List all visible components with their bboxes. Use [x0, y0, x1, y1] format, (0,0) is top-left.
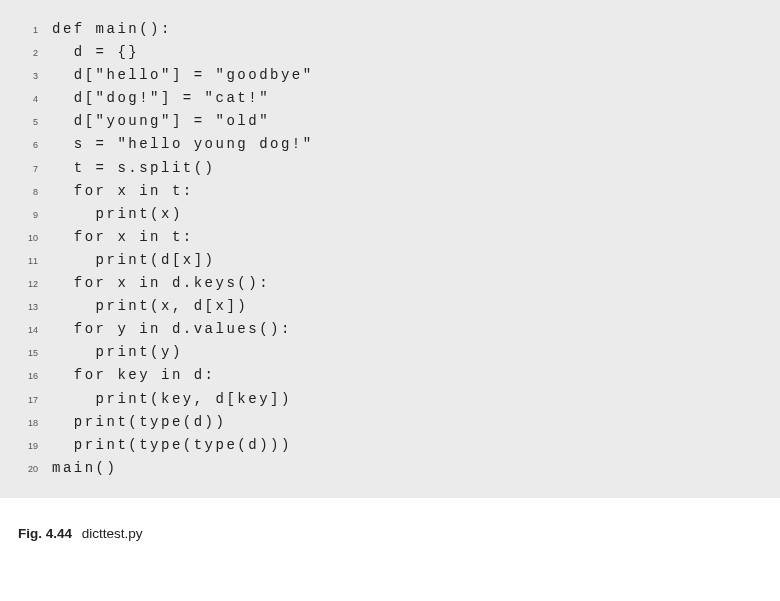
- code-line: 2 d = {}: [20, 41, 760, 64]
- line-number: 8: [20, 185, 52, 200]
- line-number: 13: [20, 300, 52, 315]
- line-number: 14: [20, 323, 52, 338]
- line-number: 18: [20, 416, 52, 431]
- code-text: print(x, d[x]): [52, 295, 248, 318]
- code-listing: 1 def main(): 2 d = {} 3 d["hello"] = "g…: [0, 0, 780, 498]
- code-line: 17 print(key, d[key]): [20, 388, 760, 411]
- code-line: 19 print(type(type(d))): [20, 434, 760, 457]
- code-text: d["young"] = "old": [52, 110, 270, 133]
- code-text: main(): [52, 457, 117, 480]
- code-line: 9 print(x): [20, 203, 760, 226]
- code-line: 14 for y in d.values():: [20, 318, 760, 341]
- code-text: print(type(type(d))): [52, 434, 292, 457]
- code-line: 13 print(x, d[x]): [20, 295, 760, 318]
- line-number: 2: [20, 46, 52, 61]
- line-number: 9: [20, 208, 52, 223]
- line-number: 11: [20, 254, 52, 269]
- code-text: print(x): [52, 203, 183, 226]
- line-number: 6: [20, 138, 52, 153]
- figure-caption: Fig. 4.44 dicttest.py: [0, 498, 780, 541]
- code-text: for x in t:: [52, 226, 194, 249]
- code-line: 6 s = "hello young dog!": [20, 133, 760, 156]
- line-number: 7: [20, 162, 52, 177]
- code-line: 11 print(d[x]): [20, 249, 760, 272]
- code-text: for x in t:: [52, 180, 194, 203]
- code-line: 10 for x in t:: [20, 226, 760, 249]
- code-text: for key in d:: [52, 364, 216, 387]
- code-text: print(key, d[key]): [52, 388, 292, 411]
- figure-title: dicttest.py: [82, 526, 143, 541]
- line-number: 17: [20, 393, 52, 408]
- code-text: for x in d.keys():: [52, 272, 270, 295]
- line-number: 15: [20, 346, 52, 361]
- code-line: 3 d["hello"] = "goodbye": [20, 64, 760, 87]
- code-text: for y in d.values():: [52, 318, 292, 341]
- code-line: 20 main(): [20, 457, 760, 480]
- code-line: 7 t = s.split(): [20, 157, 760, 180]
- code-text: d["dog!"] = "cat!": [52, 87, 270, 110]
- line-number: 5: [20, 115, 52, 130]
- line-number: 10: [20, 231, 52, 246]
- code-text: print(d[x]): [52, 249, 216, 272]
- figure-label: Fig. 4.44: [18, 526, 72, 541]
- code-text: d["hello"] = "goodbye": [52, 64, 314, 87]
- code-line: 5 d["young"] = "old": [20, 110, 760, 133]
- code-line: 8 for x in t:: [20, 180, 760, 203]
- code-line: 4 d["dog!"] = "cat!": [20, 87, 760, 110]
- code-text: print(type(d)): [52, 411, 226, 434]
- line-number: 3: [20, 69, 52, 84]
- line-number: 20: [20, 462, 52, 477]
- line-number: 12: [20, 277, 52, 292]
- code-line: 15 print(y): [20, 341, 760, 364]
- line-number: 16: [20, 369, 52, 384]
- code-text: t = s.split(): [52, 157, 216, 180]
- code-text: d = {}: [52, 41, 139, 64]
- code-line: 1 def main():: [20, 18, 760, 41]
- line-number: 1: [20, 23, 52, 38]
- code-text: s = "hello young dog!": [52, 133, 314, 156]
- code-line: 18 print(type(d)): [20, 411, 760, 434]
- code-line: 12 for x in d.keys():: [20, 272, 760, 295]
- code-text: def main():: [52, 18, 172, 41]
- line-number: 19: [20, 439, 52, 454]
- code-text: print(y): [52, 341, 183, 364]
- code-line: 16 for key in d:: [20, 364, 760, 387]
- line-number: 4: [20, 92, 52, 107]
